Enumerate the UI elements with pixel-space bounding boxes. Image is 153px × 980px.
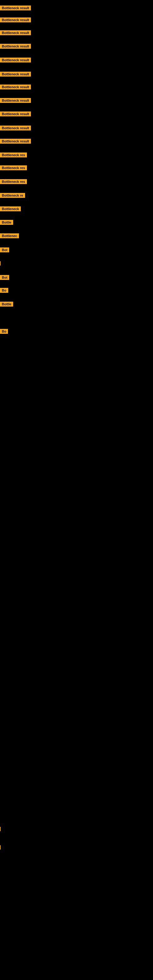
bottleneck-badge: Bottle — [0, 220, 13, 225]
bottleneck-badge: Bottleneck result — [0, 111, 31, 116]
bottleneck-badge-row: Bottleneck result — [0, 84, 31, 91]
bottleneck-badge-row: Bottleneck result — [0, 72, 31, 78]
bottleneck-badge-row: Bottleneck — [0, 207, 21, 213]
bottleneck-badge-row: Bot — [0, 275, 9, 281]
bottleneck-badge: Bot — [0, 247, 9, 252]
bottleneck-badge-row: Bot — [0, 247, 9, 254]
bottleneck-badge-row: Bottleneck result — [0, 44, 31, 50]
bottleneck-badge-row: Bottleneck result — [0, 57, 31, 64]
bottleneck-badge: Bo — [0, 329, 8, 334]
bottleneck-badge-row: Bottleneck res — [0, 179, 27, 185]
bottleneck-badge: Bottleneck result — [0, 30, 31, 35]
site-title — [0, 0, 153, 3]
bottleneck-badge: Bottleneck result — [0, 5, 31, 10]
bottleneck-badge-row: Bottleneck result — [0, 5, 31, 12]
bottleneck-badge-row: Bottleneck result — [0, 30, 31, 37]
bottleneck-badge: Bottleneck res — [0, 165, 27, 170]
bottleneck-badge: Bottleneck result — [0, 72, 31, 76]
bottleneck-badge: Bo — [0, 288, 8, 293]
bottleneck-badge: Bottleneck result — [0, 44, 31, 49]
bottleneck-badge-row: Bottlenec — [0, 233, 19, 240]
bottleneck-badge: Bottleneck result — [0, 98, 31, 103]
bottleneck-badge: Bottleneck res — [0, 179, 27, 184]
bottleneck-badge: Bottleneck — [0, 207, 21, 211]
bottleneck-badge: Bottleneck result — [0, 57, 31, 62]
bottleneck-badge-row: Bottleneck result — [0, 98, 31, 104]
bottleneck-badge-row: Bottleneck result — [0, 18, 31, 24]
bottleneck-badge: Bottlenec — [0, 233, 19, 238]
bottleneck-badge-row: Bottle — [0, 302, 13, 308]
bottleneck-badge-row: Bo — [0, 329, 8, 335]
bottleneck-badge: Bottleneck result — [0, 84, 31, 89]
bottleneck-badge: Bottleneck result — [0, 126, 31, 130]
vertical-line-marker — [0, 845, 1, 850]
bottleneck-badge-row: Bottleneck result — [0, 126, 31, 132]
bottleneck-badge: Bottleneck result — [0, 18, 31, 22]
bottleneck-badge-row: Bo — [0, 288, 8, 294]
bottleneck-badge-row: Bottle — [0, 220, 13, 226]
bottleneck-badge-row: Bottleneck res — [0, 153, 27, 159]
vertical-line-marker — [0, 261, 1, 266]
bottleneck-badge: Bottleneck result — [0, 139, 31, 144]
bottleneck-badge-row: Bottleneck re — [0, 193, 25, 199]
bottleneck-badge: Bot — [0, 275, 9, 280]
bottleneck-badge: Bottleneck res — [0, 153, 27, 158]
bottleneck-badge-row: Bottleneck result — [0, 111, 31, 118]
bottleneck-badge: Bottleneck re — [0, 193, 25, 198]
bottleneck-badge: Bottle — [0, 302, 13, 307]
vertical-line-marker — [0, 827, 1, 831]
bottleneck-badge-row: Bottleneck result — [0, 139, 31, 145]
bottleneck-badge-row: Bottleneck res — [0, 165, 27, 172]
